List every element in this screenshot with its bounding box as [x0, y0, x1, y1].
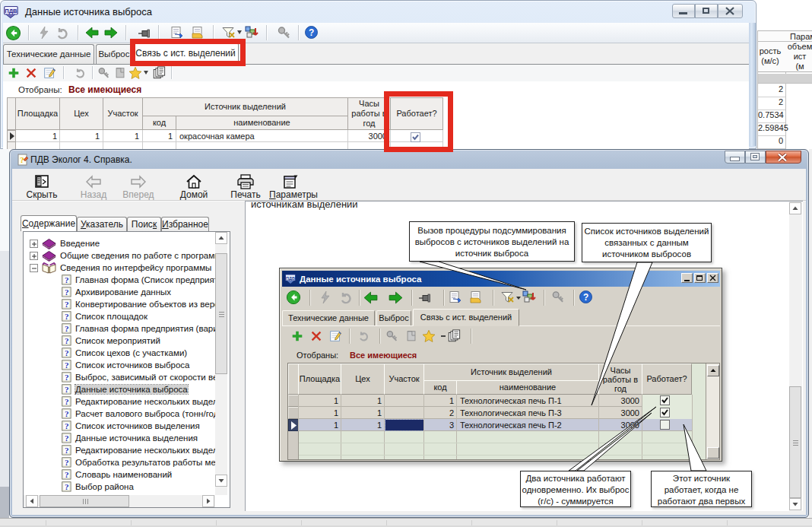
svg-text:ПДВ: ПДВ: [5, 8, 17, 14]
